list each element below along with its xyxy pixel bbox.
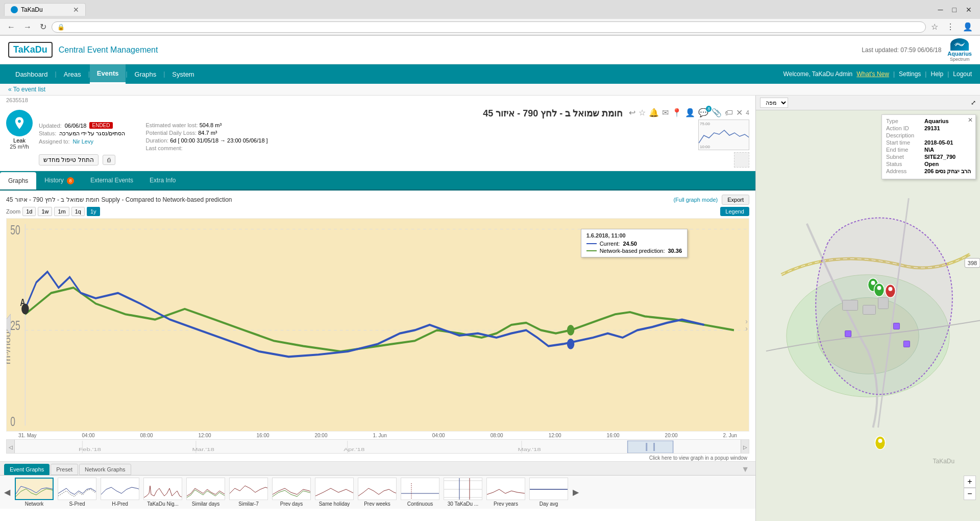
left-expand[interactable] (6, 314, 11, 336)
maximize-btn[interactable]: □ (948, 5, 961, 15)
email-icon[interactable]: ✉ (662, 108, 669, 117)
back-btn[interactable]: ← (4, 21, 18, 33)
undo-icon[interactable]: ↩ (629, 108, 635, 117)
restart-treatment-btn[interactable]: התחל טיפול מחדש (39, 154, 99, 165)
back-to-list-link[interactable]: « To event list (8, 86, 45, 93)
thumb-chart-network[interactable] (15, 478, 54, 500)
help-link[interactable]: Help (930, 70, 943, 78)
map-expand-btn[interactable]: ⤢ (971, 99, 976, 106)
thumb-tab-preset[interactable]: Preset (51, 464, 78, 475)
tab-external-events[interactable]: External Events (82, 172, 141, 189)
url-input[interactable]: https://f2.takadu.com/gihon/#event:curre… (68, 23, 920, 31)
profile-btn[interactable]: 👤 (960, 21, 976, 33)
thumb-chart-similar-days[interactable] (186, 478, 225, 500)
forward-btn[interactable]: → (20, 21, 35, 33)
thumbnails-row: ◀ Network S-Pred (0, 476, 755, 509)
chat-icon[interactable]: 💬8 (698, 108, 708, 117)
thumb-chart-30takadu[interactable] (444, 478, 482, 500)
zoom-1m[interactable]: 1m (54, 207, 69, 216)
thumb-continuous: Continuous (399, 478, 441, 507)
map-zoom-in-btn[interactable]: + (964, 476, 976, 488)
potential-label: Potential Daily Loss: (145, 130, 197, 136)
svg-point-48 (871, 281, 875, 285)
star-icon[interactable]: ☆ (639, 108, 646, 117)
map-zoom-out-btn[interactable]: − (964, 488, 976, 500)
nav-dashboard[interactable]: Dashboard (8, 65, 55, 83)
thumb-chart-takadu-nig[interactable] (143, 478, 182, 500)
browser-tab[interactable]: TaKaDu ✕ (4, 3, 86, 16)
user-icon[interactable]: 👤 (685, 108, 695, 117)
tab-favicon (11, 6, 18, 13)
zoom-label: Zoom (6, 208, 20, 215)
map-container[interactable]: 398 TaKaDu ✕ Type (756, 110, 980, 521)
zoom-1w[interactable]: 1w (38, 207, 52, 216)
zoom-1y[interactable]: 1y (87, 207, 100, 216)
x-icon[interactable]: ✕ (736, 108, 743, 117)
minimize-btn[interactable]: ─ (934, 5, 947, 15)
thumb-chart-similar7[interactable] (229, 478, 268, 500)
app-subtitle: Central Event Management (59, 45, 158, 55)
leak-value: 25 m³/h (10, 144, 29, 150)
tab-extra-info[interactable]: Extra Info (141, 172, 184, 189)
map-info-close[interactable]: ✕ (968, 116, 973, 124)
scroll-right-btn[interactable]: ▷ (741, 440, 749, 454)
zoom-1d[interactable]: 1d (22, 207, 36, 216)
thumb-next-btn[interactable]: ▶ (571, 487, 581, 497)
thumb-chart-continuous[interactable] (401, 478, 439, 500)
thumb-chart-prev-days[interactable] (272, 478, 311, 500)
thumb-chart-hpred[interactable] (101, 478, 139, 500)
alert-icon[interactable]: 🔔 (649, 108, 659, 117)
paperclip-icon[interactable]: 📎 (712, 108, 722, 117)
subnet-val: SITE27_790 (924, 154, 955, 160)
nav-system[interactable]: System (165, 65, 201, 83)
thumb-chart-prev-weeks[interactable] (358, 478, 397, 500)
thumb-chart-prev-years[interactable] (486, 478, 525, 500)
whats-new-link[interactable]: What's New (856, 70, 889, 78)
location-icon[interactable]: 📍 (672, 108, 682, 117)
thumb-tab-event-graphs[interactable]: Event Graphs (4, 464, 50, 475)
full-graph-link[interactable]: (Full graph mode) (673, 197, 718, 203)
zoom-controls: + − (964, 476, 976, 500)
welcome-text: Welcome, TaKaDu Admin (783, 70, 853, 78)
expand-down-arrow[interactable]: › (745, 325, 748, 332)
thumb-chart-same-holiday[interactable] (315, 478, 354, 500)
svg-text:Feb.'18: Feb.'18 (79, 447, 101, 452)
thumb-chart-spred[interactable] (58, 478, 96, 500)
thumb-prev-btn[interactable]: ◀ (2, 487, 12, 497)
thumb-label-hpred: H-Pred (112, 501, 128, 507)
scroll-range[interactable]: Feb.'18 Mar.'18 Apr.'18 May.'18 ◁ ▷ (6, 439, 749, 454)
export-btn[interactable]: Export (722, 195, 749, 205)
menu-btn[interactable]: ⋮ (943, 21, 958, 33)
thumb-tab-network-graphs[interactable]: Network Graphs (79, 464, 131, 475)
legend-btn[interactable]: Legend (720, 207, 749, 216)
tag-icon[interactable]: 🏷 (725, 108, 733, 117)
logo[interactable]: TaKaDu (8, 42, 53, 58)
logout-link[interactable]: Logout (953, 70, 972, 78)
tab-graphs[interactable]: Graphs (0, 172, 36, 190)
svg-text:May.'18: May.'18 (518, 447, 541, 452)
nav-events[interactable]: Events (90, 64, 126, 84)
scroll-left-btn[interactable]: ◁ (7, 440, 15, 454)
mini-chart[interactable]: 75.00 10:00 (698, 120, 749, 150)
nav-graphs[interactable]: Graphs (128, 65, 164, 83)
bookmark-btn[interactable]: ☆ (928, 21, 941, 33)
tab-history[interactable]: History 8 (36, 172, 82, 190)
thumbs-collapse-btn[interactable]: ▼ (739, 464, 751, 475)
zoom-1q[interactable]: 1q (71, 207, 85, 216)
aquarius-logo: Aquarius Spectrum (947, 38, 972, 62)
share-btn[interactable]: ⎙ (103, 155, 115, 165)
logo-text: TaKaDu (13, 44, 47, 55)
assigned-value[interactable]: Nir Levy (73, 138, 93, 145)
tab-close-btn[interactable]: ✕ (73, 6, 79, 14)
graph-canvas[interactable]: 50 25 0 A (6, 218, 749, 432)
thumb-chart-day-avg[interactable] (529, 478, 568, 500)
map-dropdown[interactable]: מפה (760, 98, 788, 108)
popup-hint[interactable]: Click here to view graph in a popup wind… (0, 455, 755, 461)
expand-up-arrow[interactable]: › (745, 318, 748, 325)
reload-btn[interactable]: ↻ (37, 21, 50, 33)
settings-link[interactable]: Settings (899, 70, 921, 78)
end-time-val: N\A (924, 147, 934, 153)
status-value: הסתיים/נסגר על ידי המערכה (59, 130, 125, 137)
nav-areas[interactable]: Areas (57, 65, 88, 83)
window-close-btn[interactable]: ✕ (962, 5, 976, 15)
